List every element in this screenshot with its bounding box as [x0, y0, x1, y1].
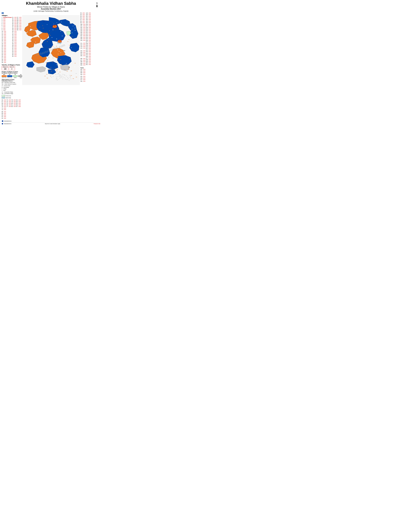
- map-label-90: 90: [52, 62, 53, 63]
- r139: 139 - XXX: [86, 44, 91, 46]
- map-label-155: 155: [69, 75, 70, 76]
- v75: 75 - XXX: [7, 103, 11, 104]
- map-label-21: 21: [52, 29, 53, 30]
- village-62: 62 - XXX: [17, 25, 22, 26]
- map-label-157: 157: [59, 78, 60, 79]
- map-label-19: 19: [69, 32, 70, 33]
- map-label-59: 59: [68, 43, 69, 44]
- village-40: 40 - XXX: [12, 31, 17, 32]
- map-label-102: 102: [55, 68, 56, 69]
- map-label-140: 140: [66, 79, 68, 80]
- villages-66-72: 66 - XXX 67 - XXX 68 - XXX 69 - XXX 70 -…: [2, 99, 6, 111]
- map-label-52: 52: [55, 44, 56, 45]
- village-30: 30 - XXX: [2, 62, 12, 63]
- village-53: 53 - XXX: [12, 51, 17, 52]
- village-34: 34 - XXX: [12, 21, 17, 23]
- village-57: 57 - XXX: [17, 17, 22, 18]
- map-label-6: 6: [57, 22, 57, 23]
- village-38: 38 - XXX: [12, 28, 17, 29]
- v66: 66 - XXX: [2, 99, 6, 101]
- right-col-2: 119 - XXX 120 - XXX 121 - XXX 122 - XXX …: [86, 12, 91, 75]
- r121: 121 - XXX: [86, 16, 91, 17]
- map-label-60: 60: [64, 44, 65, 45]
- abbrev-m: M - Municipality: [2, 86, 22, 88]
- r153: 153 - XXX: [80, 52, 85, 53]
- village-64: 64 - XXX: [17, 28, 22, 29]
- r96: 96 - XXX: [80, 17, 85, 19]
- main-map-svg: indiastatmedia.com 1 2 3 4 5 6 7 8 9 10 …: [22, 12, 80, 88]
- map-label-88: 88: [60, 59, 61, 60]
- village-39: 39 - XXX: [12, 29, 17, 31]
- map-label-106: 106: [74, 66, 76, 67]
- map-label-164: 164: [68, 67, 70, 68]
- totals-table: Village (V) Town (T) 160 4: [2, 66, 15, 70]
- map-label-87: 87: [69, 59, 70, 59]
- map-label-158: 158: [63, 77, 64, 77]
- map-label-38: 38: [56, 39, 57, 40]
- v90: 90 - XXX: [2, 114, 6, 116]
- r122: 122 - XXX: [86, 17, 91, 19]
- map-label-150: 150: [67, 77, 68, 78]
- map-label-74: 74: [60, 52, 61, 53]
- map-label-61: 61: [61, 46, 62, 47]
- map-label-144: 144: [68, 80, 70, 81]
- map-label-78: 78: [53, 54, 54, 55]
- map-label-85: 85: [67, 56, 68, 57]
- r130: 130 - XXX: [86, 30, 91, 32]
- v88: 88 - XXX: [2, 111, 6, 113]
- page-container: Khambhalia Vidhan Sabha Winner Parties b…: [0, 0, 102, 126]
- v79: 79 - XXX: [11, 101, 16, 103]
- v86: 86 - XXX: [16, 104, 21, 106]
- r126: 126 - XXX: [86, 24, 91, 25]
- village-11: 11 - XXX: [2, 32, 12, 34]
- winner-section-title: Number of Villages & Townsby Winner Part…: [2, 71, 22, 74]
- r100: 100 - XXX: [80, 24, 85, 25]
- map-label-92: 92: [56, 64, 57, 65]
- village-61: 61 - XXX: [17, 23, 22, 25]
- map-legend-items: Forest Area Water Body: [2, 95, 22, 99]
- forest-legend: Forest Area: [2, 95, 22, 96]
- badge-81: 81: [2, 12, 4, 14]
- map-label-44: 44: [28, 35, 29, 36]
- village-43: 43 - XXX: [12, 35, 17, 37]
- village-58: 58 - XXX: [17, 18, 22, 20]
- r158: 158 - XXX: [80, 61, 85, 63]
- map-label-94: 94: [66, 63, 67, 64]
- v73: 73 - XXX: [7, 99, 11, 101]
- map-label-110: 110: [64, 69, 66, 70]
- v68: 68 - XXX: [2, 103, 6, 104]
- map-label-70: 70: [67, 48, 68, 49]
- map-label-16: 16: [75, 30, 76, 31]
- water-label: Water Body: [6, 97, 11, 98]
- map-label-98: 98: [51, 67, 51, 68]
- map-label-139: 139: [65, 79, 66, 80]
- r133: 133 - XXX: [86, 35, 91, 37]
- map-label-115: 115: [44, 76, 46, 76]
- map-label-9: 9: [61, 22, 62, 23]
- r109: 109 - XXX: [80, 38, 85, 40]
- map-label-22: 22: [49, 30, 50, 31]
- party-legend: BJP (XXV+XT) INC (XXV+XT) UV (30V): [2, 74, 22, 78]
- map-label-58: 58: [69, 45, 70, 46]
- v83: 83 - XXX: [16, 99, 21, 101]
- map-label-69: 69: [63, 48, 64, 49]
- map-label-104: 104: [56, 70, 58, 71]
- village-48: 48 - XXX: [12, 43, 17, 45]
- map-label-91: 91: [42, 65, 43, 66]
- village-9: 9 - XXX: [2, 29, 12, 31]
- r146: 146 - XXX: [86, 56, 91, 58]
- map-label-42: 42: [40, 39, 41, 40]
- r104: 104 - XXX: [80, 30, 85, 32]
- r141: 141 - XXX: [86, 48, 91, 49]
- map-label-143: 143: [70, 78, 71, 79]
- r151: 151 - XXX: [86, 64, 91, 66]
- bjp-swatch: [2, 75, 7, 77]
- map-label-27: 27: [42, 25, 43, 26]
- map-label-51: 51: [53, 42, 54, 42]
- abbrev-un: UN - Uninhabited Village: [2, 93, 22, 94]
- svg-text:i: i: [2, 121, 3, 122]
- village-3: 3 - XXX: [2, 20, 12, 21]
- map-label-76: 76: [55, 51, 56, 52]
- v67: 67 - XXX: [2, 101, 6, 103]
- map-label-107: 107: [78, 66, 79, 67]
